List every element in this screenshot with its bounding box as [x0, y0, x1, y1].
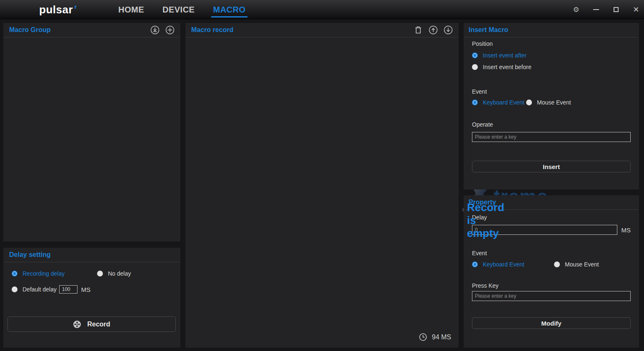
delete-event-icon[interactable] [414, 25, 423, 35]
insert-keyboard-event-label: Keyboard Event [483, 99, 524, 106]
insert-button-label: Insert [543, 163, 560, 170]
default-delay-unit: MS [81, 286, 91, 293]
title-bar: pulsarʽ HOME DEVICE MACRO ⚙ ✕ [0, 0, 644, 19]
no-delay-option[interactable]: No delay [97, 270, 131, 277]
property-divider [464, 209, 638, 210]
close-button[interactable]: ✕ [632, 6, 640, 13]
insert-after-radio[interactable] [472, 52, 478, 58]
lightning-bolt-icon: ʽ [73, 3, 77, 16]
default-delay-input[interactable] [59, 285, 77, 294]
insert-after-label: Insert event after [483, 52, 527, 59]
insert-macro-divider [464, 37, 638, 37]
insert-before-label: Insert event before [483, 64, 532, 70]
no-delay-radio[interactable] [97, 271, 103, 276]
operate-key-input[interactable] [472, 132, 631, 142]
no-delay-label: No delay [108, 270, 131, 277]
property-event-label: Event [472, 250, 487, 256]
property-keyboard-event-radio[interactable] [472, 261, 478, 267]
move-down-icon[interactable] [444, 25, 453, 35]
add-macro-group-icon[interactable] [165, 25, 175, 35]
tab-home[interactable]: HOME [109, 0, 153, 19]
macro-group-title: Macro Group [9, 26, 51, 34]
delay-setting-divider [4, 262, 180, 262]
insert-after-option[interactable]: Insert event after [472, 52, 631, 59]
recording-delay-radio[interactable] [12, 271, 17, 276]
macro-record-divider [186, 37, 458, 37]
macro-group-panel: Macro Group [3, 23, 180, 241]
property-mouse-event-label: Mouse Event [565, 261, 599, 268]
total-time-value: 94 MS [432, 334, 451, 341]
insert-before-option[interactable]: Insert event before [472, 64, 631, 70]
property-mouse-event-radio[interactable] [554, 261, 560, 267]
maximize-button[interactable] [612, 6, 620, 13]
record-button-label: Record [87, 321, 110, 328]
position-label: Position [472, 40, 493, 47]
record-reel-icon [73, 320, 81, 329]
import-macro-icon[interactable] [150, 25, 160, 35]
operate-label: Operate [472, 121, 493, 128]
logo-text: pulsar [39, 3, 73, 16]
insert-event-label: Event [472, 88, 487, 95]
property-keyboard-event-option[interactable]: Keyboard Event [472, 261, 554, 268]
recording-delay-label: Recording delay [22, 270, 65, 277]
modify-button[interactable]: Modify [472, 317, 631, 329]
default-delay-label: Default delay [22, 286, 57, 293]
property-keyboard-event-label: Keyboard Event [483, 261, 524, 268]
tab-device[interactable]: DEVICE [153, 0, 204, 19]
total-time-row: 94 MS [419, 333, 451, 341]
main-nav: HOME DEVICE MACRO [109, 0, 255, 19]
insert-macro-panel: Insert Macro Position Insert event after… [464, 23, 639, 189]
insert-macro-title: Insert Macro [469, 26, 508, 34]
settings-gear-icon[interactable]: ⚙ [572, 6, 580, 13]
tab-macro[interactable]: MACRO [204, 0, 255, 19]
modify-button-label: Modify [541, 320, 561, 327]
insert-mouse-event-radio[interactable] [526, 100, 532, 105]
insert-mouse-event-label: Mouse Event [537, 99, 571, 106]
clock-icon [419, 333, 427, 341]
property-delay-label: Delay [472, 214, 487, 221]
property-panel: Property Delay MS Event Keyboard Event M… [464, 195, 639, 348]
record-button[interactable]: Record [7, 316, 176, 332]
insert-keyboard-event-radio[interactable] [472, 100, 478, 105]
macro-record-title: Macro record [191, 26, 233, 34]
press-key-input[interactable] [472, 291, 631, 301]
insert-keyboard-event-option[interactable]: Keyboard Event [472, 99, 526, 106]
minimize-button[interactable] [592, 6, 600, 13]
window-controls: ⚙ ✕ [572, 0, 640, 19]
delay-setting-title: Delay setting [9, 251, 51, 259]
property-delay-unit: MS [622, 227, 631, 234]
move-up-icon[interactable] [429, 25, 438, 35]
pulsar-logo: pulsarʽ [39, 3, 77, 16]
macro-group-list-empty [3, 37, 180, 241]
property-title: Property [469, 199, 496, 206]
delay-setting-panel: Delay setting Recording delay No delay D… [3, 248, 180, 348]
insert-before-radio[interactable] [472, 64, 478, 70]
property-mouse-event-option[interactable]: Mouse Event [554, 261, 599, 268]
insert-button[interactable]: Insert [472, 161, 631, 172]
macro-record-panel: Macro record X treme [185, 23, 459, 348]
default-delay-option[interactable]: Default delay MS [12, 285, 90, 294]
press-key-label: Press Key [472, 282, 499, 289]
default-delay-radio[interactable] [12, 286, 17, 292]
insert-mouse-event-option[interactable]: Mouse Event [526, 99, 571, 106]
recording-delay-option[interactable]: Recording delay [12, 270, 97, 277]
property-delay-input[interactable] [472, 225, 617, 235]
